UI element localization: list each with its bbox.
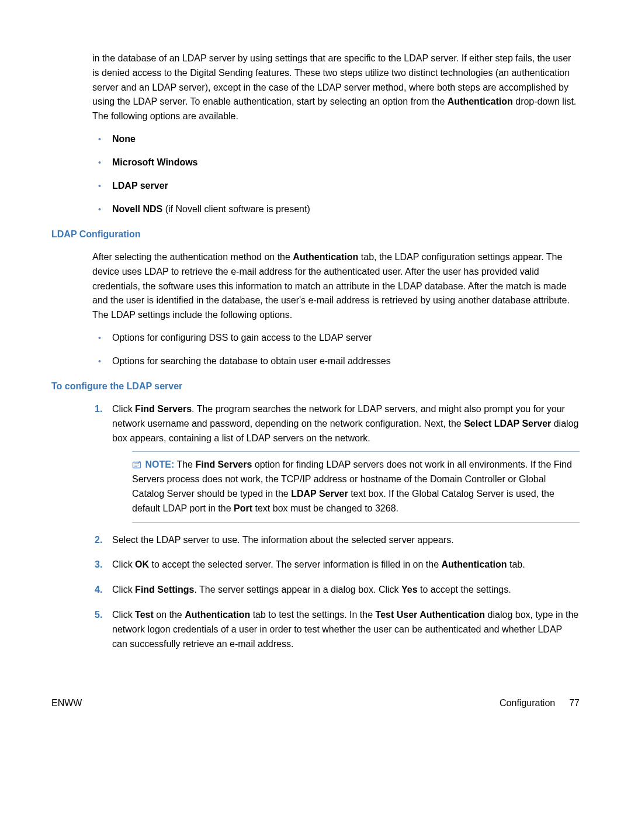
auth-option-ms-label: Microsoft Windows <box>112 157 198 167</box>
s3-mid1: to accept the selected server. The serve… <box>149 559 441 569</box>
ldap-config-paragraph: After selecting the authentication metho… <box>92 250 580 323</box>
s4-mid2: to accept the settings. <box>418 585 511 594</box>
auth-option-none: None <box>92 132 580 146</box>
s5-b2: Authentication <box>185 610 250 620</box>
footer-section: Configuration <box>500 698 555 708</box>
ldap-para-pre: After selecting the authentication metho… <box>92 252 293 262</box>
ldap-para-b1: Authentication <box>293 252 358 262</box>
step-4: Click Find Settings. The server settings… <box>92 583 580 597</box>
s5-pre: Click <box>112 610 135 620</box>
configure-steps-block: Click Find Servers. The program searches… <box>92 402 580 651</box>
ldap-bullet-2: Options for searching the database to ob… <box>92 354 580 368</box>
auth-options-list: None Microsoft Windows LDAP server Novel… <box>92 132 580 216</box>
note-b1: Find Servers <box>195 459 252 469</box>
auth-option-novell: Novell NDS (if Novell client software is… <box>92 202 580 216</box>
footer-page-number: 77 <box>569 698 580 708</box>
s1-b1: Find Servers <box>135 404 192 414</box>
step-1: Click Find Servers. The program searches… <box>92 402 580 523</box>
steps-list: Click Find Servers. The program searches… <box>92 402 580 651</box>
ldap-bullet-1: Options for configuring DSS to gain acce… <box>92 331 580 345</box>
note-box: NOTE: The Find Servers option for findin… <box>132 451 580 522</box>
ldap-bullets: Options for configuring DSS to gain acce… <box>92 331 580 368</box>
note-label: NOTE: <box>145 459 174 469</box>
auth-option-none-label: None <box>112 134 136 144</box>
s1-b2: Select LDAP Server <box>464 419 551 428</box>
s5-mid1: on the <box>154 610 185 620</box>
s1-pre: Click <box>112 404 135 414</box>
note-b3: Port <box>234 503 252 513</box>
note-icon <box>132 459 141 467</box>
s5-mid2: tab to test the settings. In the <box>250 610 375 620</box>
note-b2: LDAP Server <box>291 489 348 499</box>
intro-bold-auth: Authentication <box>448 96 513 106</box>
s4-mid1: . The server settings appear in a dialog… <box>194 585 401 594</box>
s3-b1: OK <box>135 559 149 569</box>
s5-b1: Test <box>135 610 154 620</box>
step-3: Click OK to accept the selected server. … <box>92 558 580 572</box>
footer-left: ENWW <box>51 698 82 708</box>
auth-option-novell-rest: (if Novell client software is present) <box>162 204 310 214</box>
s4-b1: Find Settings <box>135 585 194 594</box>
s5-b3: Test User Authentication <box>376 610 486 620</box>
s3-b2: Authentication <box>442 559 507 569</box>
step-5: Click Test on the Authentication tab to … <box>92 608 580 651</box>
auth-option-ldap-label: LDAP server <box>112 181 168 191</box>
s4-pre: Click <box>112 585 135 594</box>
page-footer: ENWW Configuration 77 <box>51 698 580 708</box>
ldap-config-block: After selecting the authentication metho… <box>92 250 580 368</box>
s3-mid2: tab. <box>507 559 525 569</box>
ldap-para-mid: tab, the LDAP configuration settings app… <box>92 252 570 320</box>
note-mid3: text box must be changed to 3268. <box>252 503 398 513</box>
intro-block: in the database of an LDAP server by usi… <box>92 51 580 216</box>
s3-pre: Click <box>112 559 135 569</box>
configure-ldap-heading: To configure the LDAP server <box>51 381 580 392</box>
s4-b2: Yes <box>401 585 418 594</box>
step-2: Select the LDAP server to use. The infor… <box>92 533 580 548</box>
auth-option-ms: Microsoft Windows <box>92 155 580 170</box>
ldap-config-heading: LDAP Configuration <box>51 229 580 240</box>
auth-option-novell-label: Novell NDS <box>112 204 162 214</box>
note-pre: The <box>174 459 195 469</box>
auth-option-ldap: LDAP server <box>92 179 580 193</box>
intro-paragraph: in the database of an LDAP server by usi… <box>92 51 580 124</box>
